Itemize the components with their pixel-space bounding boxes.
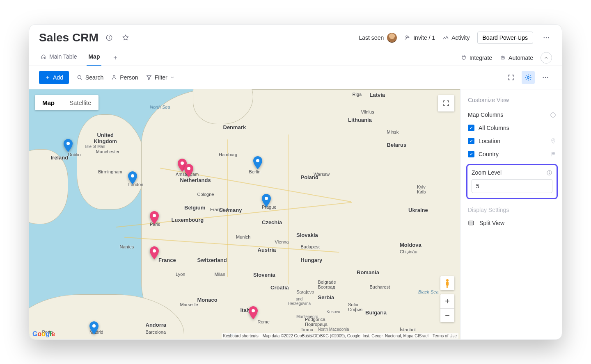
svg-point-7 bbox=[502, 57, 502, 58]
automate-button[interactable]: Automate bbox=[499, 55, 533, 61]
zoom-level-input[interactable] bbox=[472, 179, 552, 193]
map-type-map[interactable]: Map bbox=[35, 95, 62, 110]
city-label: Vilnius bbox=[361, 109, 374, 114]
city-label: Kyiv Київ bbox=[417, 184, 426, 194]
country-label: France bbox=[158, 257, 176, 263]
fullscreen-view-icon[interactable] bbox=[504, 71, 518, 84]
svg-point-9 bbox=[78, 75, 81, 79]
flag-icon bbox=[550, 151, 556, 157]
activity-button[interactable]: Activity bbox=[442, 34, 470, 41]
svg-point-11 bbox=[527, 77, 529, 79]
city-label: Dublin bbox=[68, 152, 81, 157]
map-type-satellite[interactable]: Satellite bbox=[62, 95, 98, 110]
map-pin[interactable] bbox=[261, 194, 271, 207]
add-tab-icon[interactable] bbox=[110, 52, 121, 64]
country-label: Switzerland bbox=[197, 257, 227, 263]
map-pin[interactable] bbox=[184, 164, 194, 177]
collapse-header-icon[interactable] bbox=[541, 52, 552, 64]
location-pin-icon bbox=[550, 138, 556, 144]
city-label: Barcelona bbox=[146, 330, 166, 334]
city-label: Manchester bbox=[96, 149, 119, 154]
integrate-button[interactable]: Integrate bbox=[460, 55, 492, 61]
svg-point-10 bbox=[113, 75, 115, 77]
country-label: Moldova bbox=[400, 242, 421, 248]
checkbox-location[interactable]: Location bbox=[468, 135, 556, 147]
city-label: İstanbul bbox=[400, 327, 416, 332]
country-label: North Macedonia bbox=[318, 327, 349, 332]
zoom-in-button[interactable]: + bbox=[440, 294, 454, 308]
city-label: Bucharest bbox=[370, 284, 390, 289]
city-label: Frankfurt bbox=[210, 207, 228, 212]
country-label: Czechia bbox=[262, 219, 282, 225]
svg-point-4 bbox=[546, 37, 547, 38]
search-tool[interactable]: Search bbox=[76, 74, 103, 81]
svg-rect-6 bbox=[501, 57, 504, 59]
map-pin[interactable] bbox=[63, 139, 73, 152]
country-label: Lithuania bbox=[348, 117, 372, 123]
country-label: Slovakia bbox=[296, 232, 318, 238]
city-label: Vienna bbox=[275, 239, 289, 244]
country-label: Andorra bbox=[146, 322, 167, 328]
country-label: Bulgaria bbox=[365, 309, 387, 316]
filter-tool[interactable]: Filter bbox=[146, 74, 175, 81]
map-fullscreen-icon[interactable] bbox=[438, 95, 454, 111]
zoom-level-section: Zoom Level bbox=[466, 164, 558, 199]
svg-point-21 bbox=[187, 167, 190, 170]
settings-gear-icon[interactable] bbox=[522, 71, 535, 84]
svg-point-24 bbox=[252, 309, 255, 312]
zoom-out-button[interactable]: − bbox=[440, 308, 454, 322]
sea-label: Black Sea bbox=[418, 289, 439, 294]
keyboard-shortcuts-link[interactable]: Keyboard shortcuts bbox=[223, 334, 259, 338]
city-label: Cologne bbox=[197, 192, 214, 197]
customize-panel: Customize View Map Columns All Columns L… bbox=[460, 89, 562, 339]
pegman-icon[interactable] bbox=[440, 276, 454, 290]
svg-point-31 bbox=[553, 140, 554, 141]
svg-point-18 bbox=[265, 197, 268, 200]
svg-point-23 bbox=[153, 249, 156, 253]
city-label: Sarajevo bbox=[296, 289, 314, 294]
map-pin[interactable] bbox=[253, 156, 263, 169]
city-label: Lyon bbox=[176, 272, 185, 277]
last-seen[interactable]: Last seen bbox=[359, 33, 397, 43]
map-pin[interactable] bbox=[128, 171, 137, 184]
svg-point-14 bbox=[547, 77, 548, 78]
terms-link[interactable]: Terms of Use bbox=[433, 334, 457, 338]
map-canvas[interactable]: North Sea Tyrrh Black Sea Ireland United… bbox=[29, 89, 460, 339]
svg-rect-26 bbox=[446, 282, 449, 286]
app-frame: Sales CRM Last seen Invite / 1 A bbox=[29, 24, 562, 340]
city-label: Munich bbox=[236, 234, 250, 239]
invite-button[interactable]: Invite / 1 bbox=[404, 34, 435, 41]
svg-rect-28 bbox=[447, 286, 448, 288]
tab-main-table[interactable]: Main Table bbox=[39, 50, 78, 66]
info-icon[interactable] bbox=[103, 32, 115, 43]
last-seen-label: Last seen bbox=[359, 34, 384, 41]
city-label: Hamburg bbox=[219, 152, 237, 157]
country-label: Croatia bbox=[270, 284, 289, 291]
favorite-star-icon[interactable] bbox=[120, 32, 131, 43]
country-label: Monaco bbox=[197, 297, 218, 303]
map-pin[interactable] bbox=[248, 306, 258, 319]
map-pin[interactable] bbox=[89, 321, 99, 334]
header: Sales CRM Last seen Invite / 1 A bbox=[29, 25, 562, 66]
checkbox-country[interactable]: Country bbox=[468, 148, 556, 160]
map-pin[interactable] bbox=[149, 211, 159, 224]
map-pin[interactable] bbox=[149, 246, 159, 259]
more-icon[interactable] bbox=[541, 32, 552, 43]
add-button[interactable]: Add bbox=[39, 71, 69, 84]
split-view-toggle[interactable]: Split View bbox=[468, 220, 556, 226]
checkbox-all-columns[interactable]: All Columns bbox=[468, 122, 556, 134]
city-label: Minsk bbox=[387, 130, 399, 134]
city-label: Belgrade Београд bbox=[318, 280, 336, 289]
svg-point-19 bbox=[92, 324, 96, 328]
info-icon[interactable] bbox=[550, 112, 556, 118]
power-ups-button[interactable]: Board Power-Ups bbox=[477, 32, 534, 44]
tab-map[interactable]: Map bbox=[87, 50, 101, 66]
info-icon[interactable] bbox=[546, 170, 552, 176]
map-type-toggle: Map Satellite bbox=[35, 95, 98, 110]
person-tool[interactable]: Person bbox=[111, 74, 138, 81]
svg-point-22 bbox=[153, 214, 156, 217]
city-label: Warsaw bbox=[314, 172, 330, 177]
svg-point-5 bbox=[548, 37, 549, 38]
more-toolbar-icon[interactable] bbox=[539, 71, 552, 84]
country-label: Netherlands bbox=[180, 177, 211, 183]
